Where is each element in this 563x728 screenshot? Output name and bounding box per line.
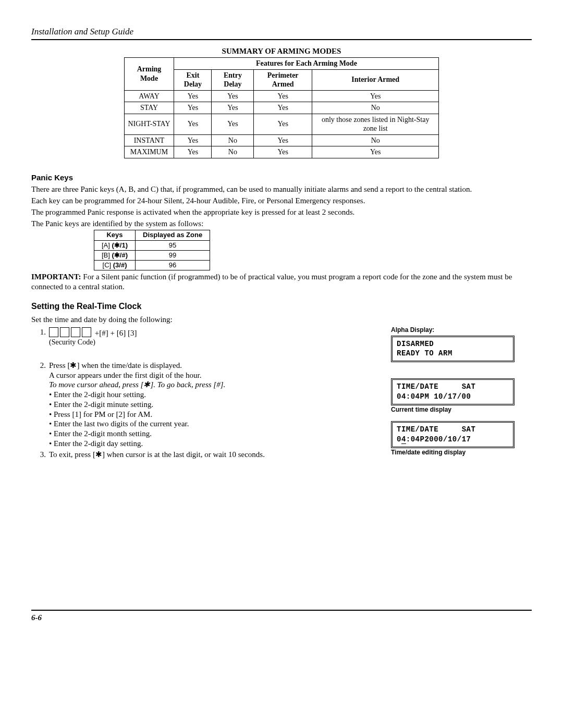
td-day: SAT bbox=[462, 425, 476, 434]
important-label: IMPORTANT: bbox=[31, 273, 81, 281]
step-1-sub: (Security Code) bbox=[49, 338, 370, 347]
step-3-text: To exit, press [✱] when cursor is at the… bbox=[49, 450, 370, 460]
col-entry-delay: Entry Delay bbox=[212, 69, 254, 90]
step-2-bullets: Enter the 2-digit hour setting.Enter the… bbox=[49, 390, 370, 449]
list-item: Enter the 2-digit month setting. bbox=[49, 429, 370, 439]
list-item: Enter the last two digits of the current… bbox=[49, 419, 370, 429]
value-cell: Yes bbox=[254, 146, 312, 158]
value-cell: Yes bbox=[174, 146, 212, 158]
display-column: Alpha Display: DISARMED READY TO ARM TIM… bbox=[391, 326, 532, 464]
panic-p4: The Panic keys are identified by the sys… bbox=[31, 219, 532, 229]
keys-header: Keys bbox=[94, 230, 136, 240]
alpha-display-label: Alpha Display: bbox=[391, 326, 532, 334]
list-item: Enter the 2-digit minute setting. bbox=[49, 400, 370, 410]
value-cell: Yes bbox=[254, 102, 312, 114]
list-item: Enter the 2-digit day setting. bbox=[49, 439, 370, 449]
td-label: TIME/DATE bbox=[397, 425, 438, 434]
arming-modes-table: Arming Mode Features for Each Arming Mod… bbox=[124, 57, 439, 158]
step-1-tail: +[#] + [6] [3] bbox=[93, 329, 137, 337]
mode-cell: INSTANT bbox=[124, 134, 174, 146]
page-header: Installation and Setup Guide bbox=[31, 26, 532, 40]
mode-cell: NIGHT-STAY bbox=[124, 114, 174, 134]
cursor-digit: 4 bbox=[401, 435, 406, 444]
value-cell: Yes bbox=[174, 102, 212, 114]
current-time-box: TIME/DATE SAT 04:04PM 10/17/00 bbox=[391, 378, 515, 405]
panic-p2: Each key can be programmed for 24-hour S… bbox=[31, 196, 532, 206]
zone-header: Displayed as Zone bbox=[136, 230, 210, 240]
table-row: [A] (✱/1)95 bbox=[94, 240, 210, 250]
list-item: Press [1] for PM or [2] for AM. bbox=[49, 410, 370, 419]
list-item: Enter the 2-digit hour setting. bbox=[49, 390, 370, 400]
zone-cell: 95 bbox=[136, 240, 210, 250]
step-3-num: 3. bbox=[31, 450, 49, 460]
mode-cell: MAXIMUM bbox=[124, 146, 174, 158]
step-2-num: 2. bbox=[31, 361, 49, 371]
important-note: IMPORTANT: For a Silent panic function (… bbox=[31, 272, 532, 292]
summary-title: SUMMARY OF ARMING MODES bbox=[31, 46, 532, 56]
panic-p1: There are three Panic keys (A, B, and C)… bbox=[31, 184, 532, 194]
mode-cell: STAY bbox=[124, 102, 174, 114]
table-row: INSTANTYesNoYesNo bbox=[124, 134, 439, 146]
steps-column: 1. +[#] + [6] [3] (Security Code) 2. Pre… bbox=[31, 326, 370, 464]
zone-cell: 96 bbox=[136, 261, 210, 270]
key-cell: [A] (✱/1) bbox=[94, 240, 136, 250]
value-cell: Yes bbox=[212, 90, 254, 102]
td-label: TIME/DATE bbox=[397, 382, 438, 391]
value-cell: Yes bbox=[254, 134, 312, 146]
table-row: MAXIMUMYesNoYesYes bbox=[124, 146, 439, 158]
code-digit-box bbox=[82, 327, 91, 337]
col-perimeter: Perimeter Armed bbox=[254, 69, 312, 90]
value-cell: Yes bbox=[254, 114, 312, 134]
col-interior: Interior Armed bbox=[312, 69, 438, 90]
code-digit-box bbox=[49, 327, 58, 337]
code-digit-box bbox=[60, 327, 69, 337]
value-cell: Yes bbox=[174, 90, 212, 102]
alpha-display-box: DISARMED READY TO ARM bbox=[391, 336, 515, 363]
editing-time-box: TIME/DATE SAT 04:04P2000/10/17 bbox=[391, 421, 515, 448]
value-cell: No bbox=[212, 146, 254, 158]
step-2-line-2: A cursor appears under the first digit o… bbox=[49, 371, 370, 380]
col-features: Features for Each Arming Mode bbox=[174, 58, 439, 70]
value-cell: Yes bbox=[174, 134, 212, 146]
panic-keys-table: Keys Displayed as Zone [A] (✱/1)95[B] (✱… bbox=[94, 230, 210, 270]
page-number: 6-6 bbox=[31, 613, 42, 622]
table-row: AWAYYesYesYesYes bbox=[124, 90, 439, 102]
key-cell: [B] (✱/#) bbox=[94, 250, 136, 260]
td-value: 04:04PM 10/17/00 bbox=[397, 392, 471, 401]
value-cell: Yes bbox=[212, 114, 254, 134]
value-cell: only those zones listed in Night-Stay zo… bbox=[312, 114, 438, 134]
step-2-line-1: Press [✱] when the time/date is displaye… bbox=[49, 361, 370, 371]
table-row: [C] (3/#)96 bbox=[94, 261, 210, 270]
important-text: For a Silent panic function (if programm… bbox=[31, 273, 512, 291]
value-cell: Yes bbox=[254, 90, 312, 102]
value-cell: No bbox=[312, 134, 438, 146]
value-cell: Yes bbox=[212, 102, 254, 114]
value-cell: Yes bbox=[312, 146, 438, 158]
step-1-num: 1. bbox=[31, 327, 49, 337]
current-time-caption: Current time display bbox=[391, 406, 532, 414]
table-row: [B] (✱/#)99 bbox=[94, 250, 210, 260]
step-2-line-3: To move cursor ahead, press [✱]. To go b… bbox=[49, 380, 370, 390]
code-digit-box bbox=[71, 327, 80, 337]
td-day: SAT bbox=[462, 382, 476, 391]
table-row: STAYYesYesYesNo bbox=[124, 102, 439, 114]
rtc-intro: Set the time and date by doing the follo… bbox=[31, 315, 532, 325]
footer: 6-6 bbox=[31, 610, 532, 623]
table-row: NIGHT-STAYYesYesYesonly those zones list… bbox=[124, 114, 439, 134]
editing-time-caption: Time/date editing display bbox=[391, 449, 532, 456]
col-arming-mode: Arming Mode bbox=[124, 58, 174, 91]
panic-heading: Panic Keys bbox=[31, 173, 532, 183]
zone-cell: 99 bbox=[136, 250, 210, 260]
panic-p3: The programmed Panic response is activat… bbox=[31, 207, 532, 217]
mode-cell: AWAY bbox=[124, 90, 174, 102]
col-exit-delay: Exit Delay bbox=[174, 69, 212, 90]
value-cell: Yes bbox=[174, 114, 212, 134]
td-post: :04P2000/10/17 bbox=[406, 435, 471, 443]
rtc-heading: Setting the Real-Time Clock bbox=[31, 301, 532, 312]
value-cell: No bbox=[312, 102, 438, 114]
key-cell: [C] (3/#) bbox=[94, 261, 136, 270]
value-cell: No bbox=[212, 134, 254, 146]
td-pre: 0 bbox=[397, 435, 401, 443]
value-cell: Yes bbox=[312, 90, 438, 102]
